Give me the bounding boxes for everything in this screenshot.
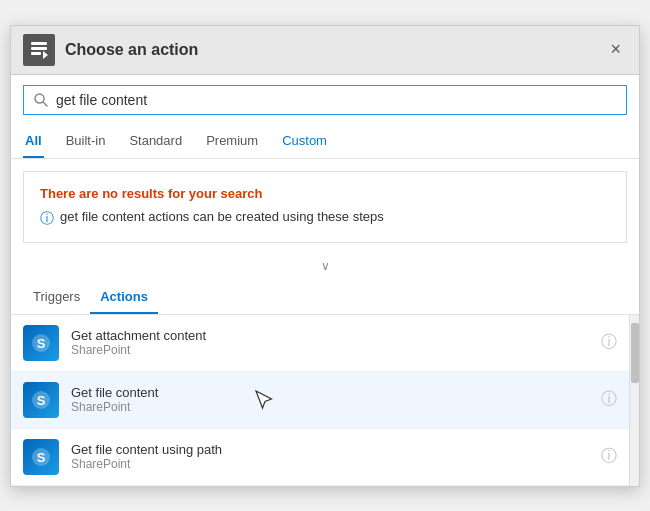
collapse-row[interactable]: ∨ [11, 255, 639, 277]
tab-builtin[interactable]: Built-in [64, 125, 108, 158]
result-source-2: SharePoint [71, 400, 589, 414]
svg-rect-1 [31, 47, 47, 50]
search-area [11, 75, 639, 125]
no-results-info: ⓘ get file content actions can be create… [40, 209, 610, 228]
dialog-header: Choose an action × [11, 26, 639, 75]
result-info-icon-3[interactable]: ⓘ [601, 446, 617, 467]
sub-tab-actions[interactable]: Actions [90, 281, 158, 314]
choose-action-dialog: Choose an action × All Built-in Standard… [10, 25, 640, 487]
svg-rect-2 [31, 52, 41, 55]
result-source-1: SharePoint [71, 343, 589, 357]
sharepoint-icon-2: S [23, 382, 59, 418]
chevron-down-icon: ∨ [321, 259, 330, 273]
result-name-2: Get file content [71, 385, 589, 400]
svg-text:S: S [37, 393, 46, 408]
results-wrap: S Get attachment content SharePoint ⓘ S [11, 315, 639, 486]
close-button[interactable]: × [604, 37, 627, 62]
sharepoint-icon-1: S [23, 325, 59, 361]
scrollbar-thumb [631, 323, 639, 383]
svg-rect-0 [31, 42, 47, 45]
dialog-title: Choose an action [65, 41, 594, 59]
result-name-1: Get attachment content [71, 328, 589, 343]
no-results-description: get file content actions can be created … [60, 209, 384, 224]
tab-all[interactable]: All [23, 125, 44, 158]
svg-line-5 [43, 102, 47, 106]
result-name-3: Get file content using path [71, 442, 589, 457]
filter-tabs: All Built-in Standard Premium Custom [11, 125, 639, 159]
results-list: S Get attachment content SharePoint ⓘ S [11, 315, 629, 486]
result-source-3: SharePoint [71, 457, 589, 471]
sub-tabs: Triggers Actions [11, 281, 639, 315]
svg-text:S: S [37, 450, 46, 465]
svg-marker-3 [43, 51, 48, 59]
sharepoint-icon-3: S [23, 439, 59, 475]
tab-standard[interactable]: Standard [127, 125, 184, 158]
result-item-get-file-content-using-path[interactable]: S Get file content using path SharePoint… [11, 429, 629, 486]
result-item-get-attachment-content[interactable]: S Get attachment content SharePoint ⓘ [11, 315, 629, 372]
sub-tab-triggers[interactable]: Triggers [23, 281, 90, 314]
result-item-get-file-content[interactable]: S Get file content SharePoint ⓘ [11, 372, 629, 429]
tab-custom[interactable]: Custom [280, 125, 329, 158]
result-text-2: Get file content SharePoint [71, 385, 589, 414]
result-info-icon-2[interactable]: ⓘ [601, 389, 617, 410]
tab-premium[interactable]: Premium [204, 125, 260, 158]
scrollbar[interactable] [629, 315, 639, 486]
result-text-3: Get file content using path SharePoint [71, 442, 589, 471]
no-results-box: There are no results for your search ⓘ g… [23, 171, 627, 243]
result-text-1: Get attachment content SharePoint [71, 328, 589, 357]
search-icon [34, 93, 48, 107]
no-results-title: There are no results for your search [40, 186, 610, 201]
info-icon: ⓘ [40, 210, 54, 228]
result-info-icon-1[interactable]: ⓘ [601, 332, 617, 353]
search-box [23, 85, 627, 115]
dialog-header-icon [23, 34, 55, 66]
search-input[interactable] [56, 92, 616, 108]
svg-text:S: S [37, 336, 46, 351]
